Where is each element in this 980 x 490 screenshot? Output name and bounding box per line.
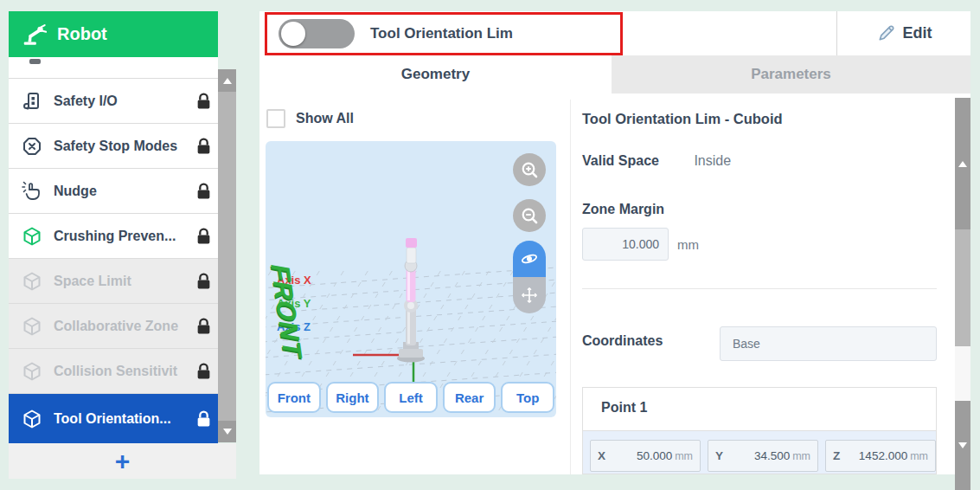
zoom-out-button[interactable] <box>513 199 546 232</box>
view-left-button[interactable]: Left <box>384 382 438 413</box>
sidebar-item-label: Collision Sensitivit <box>54 364 186 379</box>
triangle-up-icon <box>958 161 967 167</box>
view-rear-button[interactable]: Rear <box>443 382 496 413</box>
tab-label: Geometry <box>401 66 470 83</box>
axis-letter: Z <box>833 449 840 462</box>
zoom-in-button[interactable] <box>513 153 546 186</box>
coordinate-value: 1452.000 <box>840 449 907 462</box>
clipped-icon <box>29 59 41 64</box>
show-all-control[interactable]: Show All <box>266 108 354 129</box>
sidebar-header: Robot <box>9 11 218 57</box>
sidebar-item-nudge[interactable]: Nudge <box>9 169 218 214</box>
sidebar-scroll-up-button[interactable] <box>218 69 236 92</box>
lock-icon <box>196 138 211 155</box>
sidebar-item-safety-io[interactable]: Safety I/O <box>9 79 218 124</box>
sidebar-scrollbar[interactable] <box>218 92 236 421</box>
tab-parameters[interactable]: Parameters <box>612 55 970 93</box>
point1-x-field[interactable]: X 50.000 mm <box>590 440 701 472</box>
lock-icon <box>196 273 211 290</box>
sidebar-item-label: Safety I/O <box>54 93 186 109</box>
cube-icon <box>21 315 43 338</box>
point1-y-field[interactable]: Y 34.500 mm <box>708 440 818 472</box>
tab-bar: Geometry Parameters <box>259 55 970 93</box>
3d-viewer[interactable]: Axis X Axis Y Axis Z FRONT <box>266 141 556 417</box>
coordinates-select[interactable]: Base <box>720 326 937 361</box>
checkbox-icon[interactable] <box>266 109 285 128</box>
magnifier-minus-icon <box>520 206 540 226</box>
robot-arm-3d <box>343 228 482 388</box>
edit-button[interactable]: Edit <box>837 11 970 55</box>
coordinate-value: 34.500 <box>723 449 790 462</box>
add-button[interactable]: + <box>115 448 131 474</box>
sidebar-item-label: Tool Orientation... <box>54 411 186 427</box>
sidebar-item-collision-sensitivity[interactable]: Collision Sensitivit <box>9 349 218 394</box>
point-1-card: Point 1 X 50.000 mm Y 34.500 mm Z 1452.0… <box>582 387 937 474</box>
point-coordinates-row: X 50.000 mm Y 34.500 mm Z 1452.000 mm <box>583 430 936 474</box>
panel-scrollbar-thumb[interactable] <box>955 229 970 346</box>
unit-label: mm <box>910 450 928 462</box>
view-front-button[interactable]: Front <box>267 382 321 413</box>
panel-scroll-down-button[interactable] <box>955 401 970 490</box>
sidebar-item-label: Nudge <box>54 184 186 199</box>
sidebar-item-crushing-prevention[interactable]: Crushing Preven... <box>9 214 218 259</box>
cube-icon <box>21 408 43 430</box>
annotation-red-box <box>265 12 623 55</box>
axis-letter: X <box>598 449 605 462</box>
cube-icon <box>21 360 43 383</box>
unit-label: mm <box>792 450 810 462</box>
sidebar-scroll-down-button[interactable] <box>218 421 236 442</box>
coordinates-label: Coordinates <box>582 333 663 349</box>
section-divider <box>582 288 937 289</box>
robot-safety-screen: Robot Safety I/O <box>0 0 980 490</box>
sidebar-nav: Safety I/O Safety Stop Modes <box>9 57 218 443</box>
lock-icon <box>196 363 211 380</box>
orbit-icon <box>519 248 540 269</box>
add-zone-row: + <box>9 443 236 479</box>
triangle-down-icon <box>223 429 232 435</box>
sidebar-item-collaborative-zone[interactable]: Collaborative Zone <box>9 304 218 349</box>
rotate-view-button[interactable] <box>513 241 546 277</box>
sidebar-item-safety-stop-modes[interactable]: Safety Stop Modes <box>9 124 218 169</box>
cube-icon <box>21 225 43 248</box>
axis-letter: Y <box>715 449 723 462</box>
partial-list-item <box>9 57 218 79</box>
nudge-hand-icon <box>21 180 43 203</box>
sidebar-item-label: Space Limit <box>54 274 186 289</box>
magnifier-plus-icon <box>520 160 540 180</box>
zone-margin-input[interactable]: 10.000 <box>582 228 669 261</box>
pan-view-button[interactable] <box>513 277 546 313</box>
pencil-icon <box>876 23 896 43</box>
zone-margin-label: Zone Margin <box>582 202 664 217</box>
stop-octagon-icon <box>21 135 43 158</box>
lock-icon <box>196 93 211 110</box>
zone-header-bar: Tool Orientation Lim Edit <box>259 11 970 56</box>
point-title: Point 1 <box>601 400 647 416</box>
valid-space-row: Valid Space Inside <box>582 153 731 169</box>
panel-scroll-up-button[interactable] <box>955 98 970 229</box>
lock-icon <box>196 228 211 245</box>
view-right-button[interactable]: Right <box>326 382 380 413</box>
sidebar-item-tool-orientation[interactable]: Tool Orientation... <box>9 394 218 443</box>
view-mode-pill <box>513 241 546 313</box>
triangle-up-icon <box>223 78 232 84</box>
zone-margin-unit: mm <box>677 228 699 261</box>
point1-z-field[interactable]: Z 1452.000 mm <box>825 440 936 472</box>
main-panel: Tool Orientation Lim Edit Geometry Param… <box>259 11 970 474</box>
pan-arrows-icon <box>520 286 539 305</box>
valid-space-label: Valid Space <box>582 153 659 168</box>
panel-scrollbar-track[interactable] <box>955 346 970 401</box>
io-module-icon <box>21 90 43 113</box>
valid-space-value: Inside <box>694 153 731 168</box>
unit-label: mm <box>675 450 693 462</box>
tab-label: Parameters <box>751 66 831 83</box>
lock-icon <box>196 410 211 428</box>
app-title: Robot <box>57 24 107 44</box>
edit-button-label: Edit <box>903 24 932 42</box>
sidebar-item-space-limit[interactable]: Space Limit <box>9 259 218 304</box>
cube-icon <box>21 270 43 293</box>
sidebar-item-label: Crushing Preven... <box>54 229 186 244</box>
view-top-button[interactable]: Top <box>501 382 554 413</box>
tab-geometry[interactable]: Geometry <box>259 55 612 93</box>
sidebar-item-label: Collaborative Zone <box>54 319 186 334</box>
panel-divider <box>570 100 571 474</box>
